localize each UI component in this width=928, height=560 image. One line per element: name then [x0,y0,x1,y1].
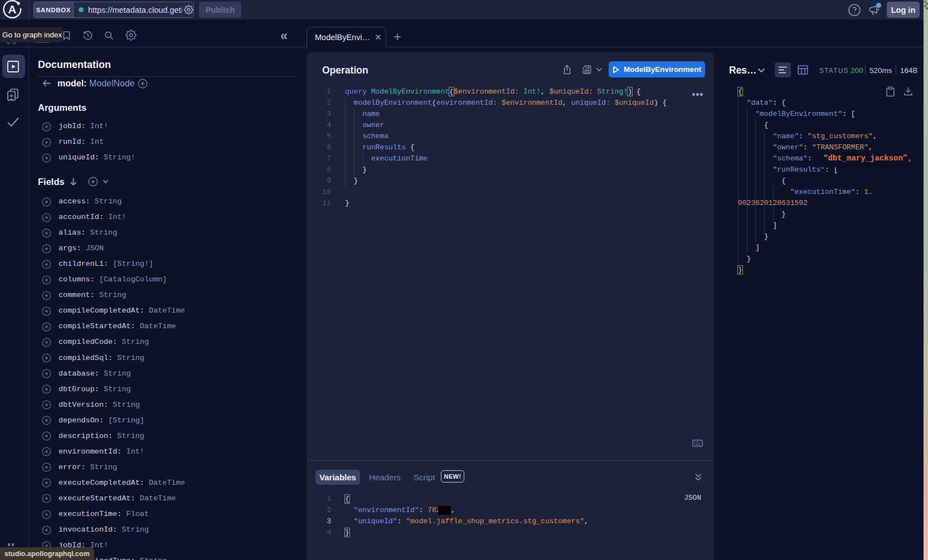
svg-text:A: A [8,3,17,16]
